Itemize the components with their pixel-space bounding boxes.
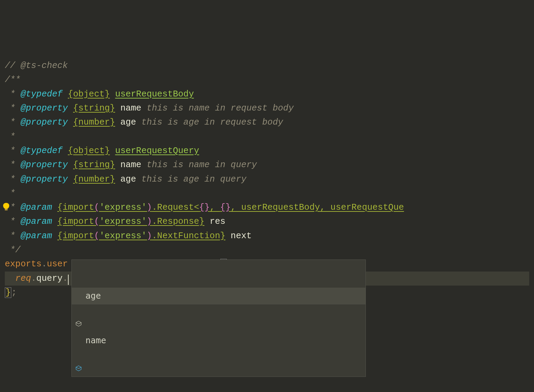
- jsdoc-tag-param: @param: [21, 217, 52, 227]
- jsdoc-prop-desc: this is age in query: [141, 174, 246, 184]
- jsdoc-param-type: {import('express').Request<{}, {}, userR…: [57, 203, 404, 212]
- jsdoc-prop-name: name: [120, 103, 141, 113]
- jsdoc-star: *: [5, 89, 21, 99]
- jsdoc-star: *: [5, 217, 21, 227]
- jsdoc-star: *: [5, 188, 15, 198]
- jsdoc-star: *: [5, 132, 15, 142]
- jsdoc-tag-property: @property: [21, 160, 68, 170]
- identifier-exports: exports: [5, 259, 42, 269]
- jsdoc-tag-param: @param: [21, 203, 52, 212]
- identifier-user: user: [47, 259, 68, 269]
- dot: .: [31, 274, 36, 284]
- jsdoc-type-string: {string}: [73, 103, 115, 113]
- jsdoc-tag-property: @property: [21, 103, 68, 113]
- brace-close: }: [5, 287, 11, 298]
- jsdoc-param-type: {import('express').Response}: [57, 217, 205, 227]
- autocomplete-item-label: age: [85, 289, 101, 303]
- jsdoc-param-name: res: [210, 217, 225, 227]
- jsdoc-star: *: [5, 117, 21, 127]
- ts-check-comment: // @ts-check: [5, 61, 68, 71]
- jsdoc-star: *: [5, 174, 21, 184]
- indent: [5, 274, 15, 284]
- autocomplete-list: age name: [71, 260, 366, 377]
- field-icon: [75, 292, 82, 299]
- jsdoc-prop-desc: this is name in query: [147, 160, 257, 170]
- identifier-query: query: [36, 274, 63, 284]
- jsdoc-star: *: [5, 146, 21, 156]
- autocomplete-popup: age name (property) age: number this is …: [71, 232, 366, 392]
- dot: .: [42, 259, 47, 269]
- text-cursor: [68, 275, 69, 285]
- jsdoc-typedef-name: userRequestBody: [115, 89, 194, 99]
- identifier-req: req: [15, 274, 31, 284]
- jsdoc-type-object: {object}: [68, 146, 110, 156]
- jsdoc-open: /**: [5, 75, 21, 85]
- dot: .: [62, 274, 68, 284]
- autocomplete-item-name[interactable]: name: [72, 332, 365, 349]
- jsdoc-typedef-name: userRequestQuery: [115, 146, 199, 156]
- autocomplete-item-label: name: [85, 334, 106, 348]
- jsdoc-tag-param: @param: [21, 231, 52, 241]
- autocomplete-item-age[interactable]: age: [72, 288, 365, 304]
- jsdoc-tag-typedef: @typedef: [21, 146, 62, 156]
- jsdoc-star: *: [5, 160, 21, 170]
- jsdoc-type-number: {number}: [73, 174, 115, 184]
- semicolon: ;: [11, 288, 16, 298]
- jsdoc-star: *: [5, 103, 21, 113]
- jsdoc-type-number: {number}: [73, 117, 115, 127]
- field-icon: [75, 337, 82, 344]
- jsdoc-prop-name: name: [120, 160, 141, 170]
- jsdoc-tag-property: @property: [21, 174, 68, 184]
- jsdoc-prop-desc: this is age in request body: [141, 117, 283, 127]
- jsdoc-type-object: {object}: [68, 89, 110, 99]
- jsdoc-tag-typedef: @typedef: [21, 89, 62, 99]
- jsdoc-prop-age: age: [120, 117, 136, 127]
- jsdoc-close: */: [5, 245, 21, 255]
- jsdoc-star: *: [5, 231, 21, 241]
- jsdoc-type-string: {string}: [73, 160, 115, 170]
- jsdoc-prop-desc: this is name in request body: [147, 103, 293, 113]
- jsdoc-tag-property: @property: [21, 117, 68, 127]
- jsdoc-prop-age: age: [120, 174, 136, 184]
